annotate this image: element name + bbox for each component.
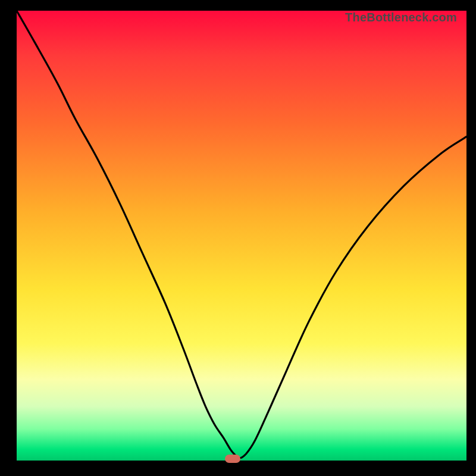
- optimal-point-marker: [225, 455, 240, 463]
- bottleneck-curve: [17, 11, 466, 461]
- plot-area: TheBottleneck.com: [17, 11, 466, 461]
- chart-frame: TheBottleneck.com: [0, 0, 476, 476]
